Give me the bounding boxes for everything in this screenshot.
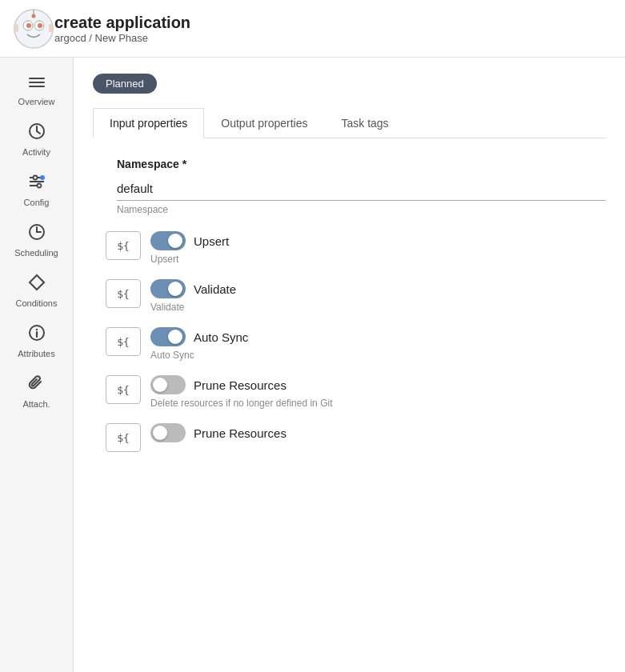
sidebar-item-attach[interactable]: Attach. bbox=[0, 366, 73, 417]
svg-rect-7 bbox=[14, 24, 18, 32]
toggle-prune-resources-1[interactable] bbox=[150, 375, 186, 394]
svg-point-21 bbox=[40, 175, 45, 180]
sidebar-label-conditions: Conditions bbox=[16, 298, 58, 308]
var-button-upsert[interactable]: ${ bbox=[106, 231, 141, 260]
sidebar-item-conditions[interactable]: Conditions bbox=[0, 266, 73, 316]
toggle-auto-sync[interactable] bbox=[150, 327, 186, 346]
sidebar-label-config: Config bbox=[24, 198, 50, 207]
tabs-container: Input properties Output properties Task … bbox=[93, 108, 606, 138]
toggle-name-upsert: Upsert bbox=[194, 234, 229, 248]
sidebar-item-config[interactable]: Config bbox=[0, 165, 73, 215]
sidebar-item-attributes[interactable]: Attributes bbox=[0, 316, 73, 366]
toggle-name-auto-sync: Auto Sync bbox=[194, 330, 248, 344]
svg-point-3 bbox=[26, 23, 31, 28]
sidebar-label-attach: Attach. bbox=[22, 399, 50, 409]
namespace-field-group: Namespace * Namespace bbox=[93, 158, 606, 215]
svg-point-17 bbox=[33, 176, 37, 180]
argo-logo bbox=[13, 8, 54, 50]
svg-line-14 bbox=[37, 131, 40, 134]
tab-task-tags[interactable]: Task tags bbox=[324, 108, 405, 138]
page-title: create application bbox=[54, 14, 190, 32]
var-button-validate[interactable]: ${ bbox=[106, 279, 141, 308]
content-area: Planned Input properties Output properti… bbox=[74, 58, 625, 672]
tab-output-properties[interactable]: Output properties bbox=[204, 108, 324, 138]
page-subtitle: argocd / New Phase bbox=[54, 32, 190, 44]
svg-point-20 bbox=[37, 184, 41, 188]
sidebar-label-attributes: Attributes bbox=[18, 349, 54, 358]
toggle-name-prune-2: Prune Resources bbox=[194, 426, 286, 440]
main-layout: Overview Activity bbox=[0, 58, 625, 672]
app-header: create application argocd / New Phase bbox=[0, 0, 625, 58]
toggle-validate[interactable] bbox=[150, 279, 186, 298]
sidebar-label-scheduling: Scheduling bbox=[14, 248, 58, 258]
toggle-row-prune-resources-2: ${ Prune Resources bbox=[93, 423, 606, 452]
activity-icon bbox=[28, 122, 46, 144]
attributes-icon bbox=[28, 324, 46, 346]
conditions-icon bbox=[28, 274, 46, 295]
toggle-hint-auto-sync: Auto Sync bbox=[150, 350, 248, 361]
var-button-prune-2[interactable]: ${ bbox=[106, 423, 141, 452]
toggle-row-upsert: ${ Upsert Upsert bbox=[93, 231, 606, 265]
svg-marker-25 bbox=[30, 275, 44, 290]
sidebar-label-activity: Activity bbox=[22, 147, 50, 157]
svg-point-4 bbox=[38, 23, 42, 28]
var-button-auto-sync[interactable]: ${ bbox=[106, 327, 141, 356]
toggle-hint-upsert: Upsert bbox=[150, 254, 229, 265]
toggle-row-validate: ${ Validate Validate bbox=[93, 279, 606, 313]
var-button-prune-1[interactable]: ${ bbox=[106, 375, 141, 404]
sidebar-item-activity[interactable]: Activity bbox=[0, 114, 73, 165]
toggle-name-prune-1: Prune Resources bbox=[194, 378, 286, 392]
sidebar-label-overview: Overview bbox=[18, 97, 55, 106]
svg-point-28 bbox=[35, 329, 37, 330]
sidebar: Overview Activity bbox=[0, 58, 74, 672]
config-icon bbox=[28, 173, 46, 194]
svg-point-6 bbox=[32, 14, 36, 18]
toggle-row-prune-resources-1: ${ Prune Resources Delete resources if n… bbox=[93, 375, 606, 409]
toggle-name-validate: Validate bbox=[194, 282, 236, 296]
attach-icon bbox=[28, 374, 46, 396]
tab-input-properties[interactable]: Input properties bbox=[93, 108, 204, 138]
namespace-label: Namespace * bbox=[117, 158, 606, 170]
overview-icon bbox=[28, 75, 46, 94]
namespace-hint: Namespace bbox=[117, 204, 606, 215]
toggle-hint-prune-1: Delete resources if no longer defined in… bbox=[150, 398, 332, 409]
svg-rect-8 bbox=[49, 24, 54, 32]
status-badge: Planned bbox=[93, 74, 157, 94]
scheduling-icon bbox=[28, 223, 46, 245]
toggle-prune-resources-2[interactable] bbox=[150, 423, 186, 442]
sidebar-item-scheduling[interactable]: Scheduling bbox=[0, 215, 73, 266]
namespace-input[interactable] bbox=[117, 177, 606, 201]
toggle-row-auto-sync: ${ Auto Sync Auto Sync bbox=[93, 327, 606, 361]
toggle-upsert[interactable] bbox=[150, 231, 186, 250]
toggle-hint-validate: Validate bbox=[150, 302, 236, 313]
sidebar-item-overview[interactable]: Overview bbox=[0, 67, 73, 114]
